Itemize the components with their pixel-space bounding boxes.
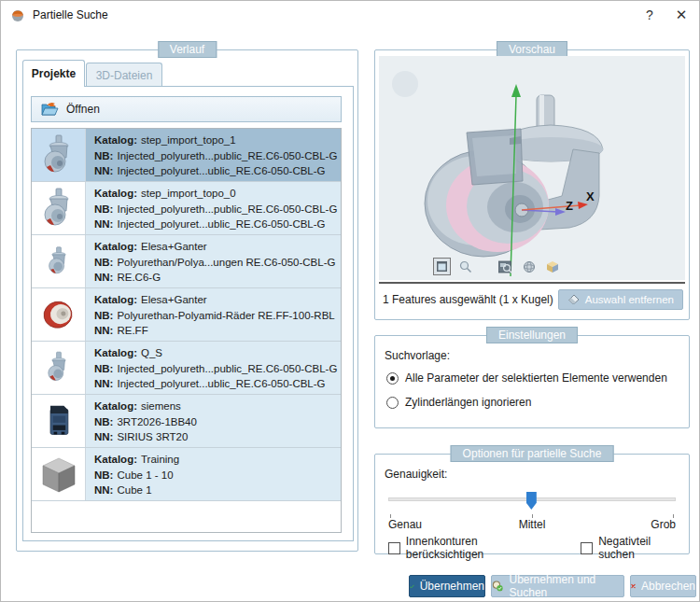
check-icon bbox=[410, 581, 414, 592]
history-group: Verlauf Projekte 3D-Dateien Öffnen bbox=[16, 49, 358, 552]
search-check-icon bbox=[492, 580, 504, 593]
remove-selection-label: Auswahl entfernen bbox=[585, 294, 674, 305]
history-list: Katalog:step_import_topo_1 NB:Injected_p… bbox=[31, 128, 342, 533]
list-item-training-cube[interactable]: Katalog:Training NB:Cube 1 - 10 NN:Cube … bbox=[32, 448, 341, 501]
preview-toolbar bbox=[433, 258, 561, 275]
cancel-button[interactable]: Abbrechen bbox=[630, 575, 696, 597]
list-item-text: Katalog:step_import_topo_0 NB:Injected_p… bbox=[86, 182, 341, 234]
selection-status-text: 1 Features ausgewählt (1 x Kugel) bbox=[383, 293, 553, 306]
title-bar: Partielle Suche ? ✕ bbox=[1, 1, 699, 29]
partial-search-options-group: Optionen für partielle Suche Genauigkeit… bbox=[374, 454, 690, 554]
slider-thumb[interactable] bbox=[526, 492, 537, 510]
list-item-siemens[interactable]: Katalog:siemens NB:3RT2026-1BB40 NN:SIRI… bbox=[32, 395, 341, 448]
options-checkbox-row: Innenkonturen berücksichtigen Negativtei… bbox=[388, 535, 689, 561]
list-item-elesa-ganter-c6[interactable]: Katalog:Elesa+Ganter NB:Polyurethan/Poly… bbox=[32, 235, 341, 288]
checkbox-negative-part[interactable]: Negativteil suchen bbox=[581, 535, 689, 561]
options-group-label: Optionen für partielle Suche bbox=[451, 445, 614, 462]
radio-ignore-cylinder-lengths[interactable]: Zylinderlängen ignorieren bbox=[386, 396, 531, 409]
settings-group-label: Einstellungen bbox=[486, 327, 578, 343]
open-folder-icon bbox=[41, 102, 59, 117]
settings-group: Einstellungen Suchvorlage: Alle Paramete… bbox=[374, 335, 690, 428]
axis-z-label: Z bbox=[566, 199, 573, 213]
open-button-label: Öffnen bbox=[66, 103, 100, 116]
caster-part-thumbnail bbox=[32, 235, 86, 287]
app-icon bbox=[10, 7, 25, 22]
preview-status-row: 1 Features ausgewählt (1 x Kugel) Auswah… bbox=[383, 286, 683, 314]
window-title: Partielle Suche bbox=[33, 8, 108, 21]
checkbox-negative-part-label: Negativteil suchen bbox=[598, 535, 689, 561]
radio-button-icon bbox=[386, 372, 399, 385]
caster-3d-model bbox=[379, 56, 685, 280]
list-item-text: Katalog:Training NB:Cube 1 - 10 NN:Cube … bbox=[86, 448, 341, 500]
apply-button-label: Übernehmen bbox=[420, 580, 484, 593]
tab-3d-dateien[interactable]: 3D-Dateien bbox=[86, 63, 162, 87]
list-item-text: Katalog:Q_S NB:Injected_polyureth...publ… bbox=[86, 342, 341, 394]
radio-ignore-cylinder-lengths-label: Zylinderlängen ignorieren bbox=[405, 396, 531, 409]
slider-tick-labels: Genau Mittel Grob bbox=[388, 518, 676, 531]
list-item-qs[interactable]: Katalog:Q_S NB:Injected_polyureth...publ… bbox=[32, 342, 341, 395]
preview-separator bbox=[379, 282, 685, 284]
caster-part-thumbnail bbox=[32, 182, 86, 234]
preview-group: Vorschau bbox=[374, 49, 690, 320]
cancel-button-label: Abbrechen bbox=[641, 580, 695, 593]
projects-tab-panel: Öffnen bbox=[22, 86, 354, 541]
cancel-x-icon bbox=[631, 581, 636, 592]
radio-button-icon bbox=[386, 397, 399, 409]
list-item-step-import-topo-1[interactable]: Katalog:step_import_topo_1 NB:Injected_p… bbox=[32, 129, 341, 182]
preview-3d-canvas[interactable]: Z X bbox=[379, 56, 685, 280]
close-button[interactable]: ✕ bbox=[665, 1, 697, 29]
list-item-text: Katalog:step_import_topo_1 NB:Injected_p… bbox=[86, 129, 341, 181]
apply-and-search-button[interactable]: Übernehmen und Suchen bbox=[491, 575, 624, 597]
partial-search-dialog: Partielle Suche ? ✕ Verlauf Projekte 3D-… bbox=[0, 0, 700, 602]
tick-label-grob: Grob bbox=[651, 518, 676, 531]
detail-zoom-icon[interactable] bbox=[497, 258, 514, 275]
history-group-label: Verlauf bbox=[158, 41, 217, 58]
list-item-text: Katalog:siemens NB:3RT2026-1BB40 NN:SIRI… bbox=[86, 395, 341, 447]
box-icon[interactable] bbox=[543, 258, 561, 275]
checkbox-inner-contours[interactable]: Innenkonturen berücksichtigen bbox=[388, 535, 556, 561]
open-button[interactable]: Öffnen bbox=[31, 96, 342, 122]
tick-label-genau: Genau bbox=[388, 518, 422, 531]
checkbox-icon bbox=[388, 542, 400, 554]
zoom-icon[interactable] bbox=[456, 258, 474, 275]
eraser-icon bbox=[567, 294, 581, 305]
apply-and-search-button-label: Übernehmen und Suchen bbox=[510, 573, 623, 599]
remove-selection-button[interactable]: Auswahl entfernen bbox=[558, 289, 683, 310]
radio-all-parameters[interactable]: Alle Parameter der selektierten Elemente… bbox=[386, 371, 667, 385]
list-item-text: Katalog:Elesa+Ganter NB:Polyurethan-Poly… bbox=[86, 288, 341, 341]
accuracy-label: Genauigkeit: bbox=[385, 468, 447, 481]
checkbox-icon bbox=[581, 542, 593, 554]
axis-x-label: X bbox=[586, 189, 595, 203]
fit-view-icon[interactable] bbox=[433, 258, 451, 275]
checkbox-inner-contours-label: Innenkonturen berücksichtigen bbox=[406, 535, 556, 561]
red-wheel-part-thumbnail bbox=[32, 288, 86, 341]
caster-part-thumbnail bbox=[32, 129, 86, 181]
wireframe-sphere-icon[interactable] bbox=[520, 258, 538, 275]
radio-all-parameters-label: Alle Parameter der selektierten Elemente… bbox=[405, 371, 667, 385]
caster-part-thumbnail bbox=[32, 342, 86, 394]
list-item-text: Katalog:Elesa+Ganter NB:Polyurethan/Poly… bbox=[86, 235, 341, 287]
list-item-step-import-topo-0[interactable]: Katalog:step_import_topo_0 NB:Injected_p… bbox=[32, 182, 341, 235]
tick-label-mittel: Mittel bbox=[519, 518, 546, 531]
apply-button[interactable]: Übernehmen bbox=[409, 575, 485, 597]
contactor-part-thumbnail bbox=[32, 395, 86, 447]
list-item-elesa-ganter-ff[interactable]: Katalog:Elesa+Ganter NB:Polyurethan-Poly… bbox=[32, 288, 341, 342]
cube-part-thumbnail bbox=[32, 448, 86, 500]
tab-projekte[interactable]: Projekte bbox=[22, 60, 85, 87]
search-template-label: Suchvorlage: bbox=[385, 349, 450, 362]
help-button[interactable]: ? bbox=[634, 1, 665, 29]
